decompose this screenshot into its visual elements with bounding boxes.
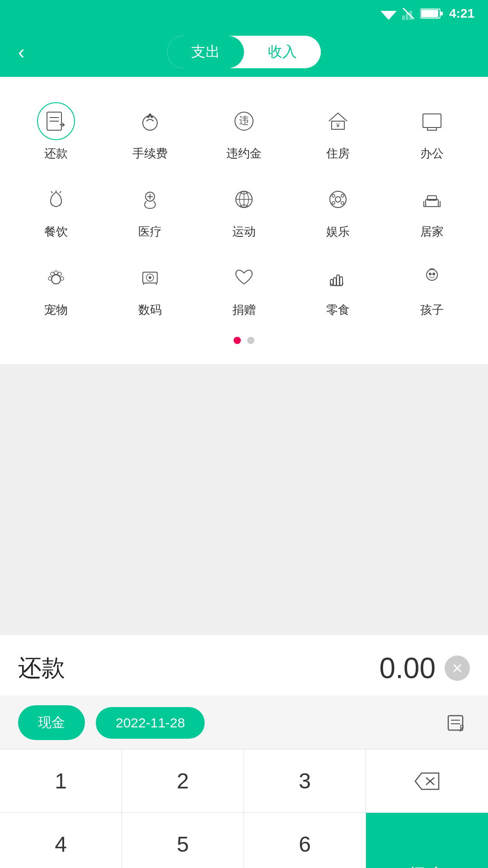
- svg-point-38: [341, 202, 344, 204]
- category-digital[interactable]: 数码: [103, 251, 197, 325]
- amount-value: 0.00: [379, 651, 436, 685]
- snack-icon-wrap: [319, 259, 357, 297]
- page-dot-2: [247, 337, 254, 344]
- fee-label: 手续费: [132, 146, 168, 161]
- selected-category-label: 还款: [18, 652, 65, 684]
- fee-icon: [137, 108, 163, 134]
- key-4[interactable]: 4: [0, 813, 122, 868]
- sport-icon: [231, 187, 257, 212]
- housing-icon: ¥: [325, 108, 351, 134]
- repay-label: 还款: [44, 146, 68, 161]
- svg-point-14: [151, 116, 153, 118]
- note-button[interactable]: [441, 708, 470, 737]
- repay-icon: [43, 108, 69, 134]
- svg-point-36: [341, 194, 344, 197]
- pet-label: 宠物: [44, 302, 68, 318]
- snack-label: 零食: [326, 302, 350, 318]
- tab-expense[interactable]: 支出: [167, 36, 244, 68]
- repay-icon-wrap: [37, 102, 75, 140]
- svg-point-44: [58, 272, 61, 276]
- food-icon: [43, 187, 69, 212]
- category-food[interactable]: 餐饮: [9, 173, 103, 247]
- category-sport[interactable]: 运动: [197, 173, 291, 247]
- svg-rect-4: [409, 11, 412, 20]
- office-icon-wrap: [413, 102, 451, 140]
- svg-point-42: [51, 272, 54, 276]
- child-label: 孩子: [420, 302, 444, 318]
- svg-rect-3: [406, 13, 408, 20]
- note-icon: [445, 712, 466, 734]
- entertainment-icon: [325, 187, 351, 212]
- bottom-panel: 还款 0.00 现金 2022-11-28 1: [0, 635, 488, 868]
- tab-toggle: 支出 收入: [167, 36, 321, 68]
- svg-rect-54: [340, 277, 343, 286]
- key-delete[interactable]: [366, 750, 488, 813]
- category-office[interactable]: 办公: [385, 95, 479, 169]
- fee-icon-wrap: [131, 102, 169, 140]
- svg-rect-52: [333, 278, 336, 286]
- key-3[interactable]: 3: [244, 750, 366, 813]
- penalty-icon: 违: [231, 108, 257, 134]
- svg-point-49: [149, 277, 151, 278]
- svg-rect-53: [337, 275, 339, 286]
- pet-icon-wrap: [37, 259, 75, 297]
- category-donate[interactable]: 捐赠: [197, 251, 291, 325]
- payment-method-button[interactable]: 现金: [18, 705, 85, 740]
- housing-label: 住房: [326, 146, 350, 161]
- category-home[interactable]: 居家: [385, 173, 479, 247]
- tab-income[interactable]: 收入: [244, 36, 321, 68]
- key-5[interactable]: 5: [122, 813, 244, 868]
- pet-icon: [43, 265, 69, 290]
- svg-rect-7: [421, 10, 438, 17]
- delete-icon: [413, 771, 441, 791]
- svg-text:违: 违: [239, 115, 249, 126]
- key-6[interactable]: 6: [244, 813, 366, 868]
- sport-label: 运动: [232, 224, 256, 240]
- child-icon: [419, 265, 445, 290]
- save-button[interactable]: 保存: [366, 813, 488, 868]
- category-housing[interactable]: ¥ 住房: [291, 95, 385, 169]
- category-entertainment[interactable]: 娱乐: [291, 173, 385, 247]
- category-fee[interactable]: 手续费: [103, 95, 197, 169]
- svg-point-37: [332, 202, 335, 204]
- category-child[interactable]: 孩子: [385, 251, 479, 325]
- amount-right: 0.00: [379, 651, 470, 685]
- svg-point-12: [147, 116, 149, 118]
- key-1[interactable]: 1: [0, 750, 122, 813]
- food-label: 餐饮: [44, 224, 68, 240]
- category-snack[interactable]: 零食: [291, 251, 385, 325]
- svg-point-11: [143, 116, 157, 130]
- svg-point-34: [335, 197, 341, 202]
- clear-button[interactable]: [445, 656, 470, 681]
- housing-icon-wrap: ¥: [319, 102, 357, 140]
- amount-row: 还款 0.00: [0, 635, 488, 696]
- category-grid: 还款 手续费 违 违约金: [9, 90, 479, 330]
- medical-icon: [137, 187, 163, 212]
- medical-label: 医疗: [138, 224, 162, 240]
- key-2[interactable]: 2: [122, 750, 244, 813]
- category-penalty[interactable]: 违 违约金: [197, 95, 291, 169]
- office-icon: [419, 108, 445, 134]
- entertainment-icon-wrap: [319, 180, 357, 218]
- svg-point-41: [52, 275, 61, 284]
- svg-point-56: [427, 269, 437, 280]
- svg-line-25: [60, 191, 61, 193]
- child-icon-wrap: [413, 259, 451, 297]
- svg-marker-0: [380, 11, 397, 20]
- back-button[interactable]: ‹: [18, 41, 25, 63]
- penalty-icon-wrap: 违: [225, 102, 263, 140]
- status-bar: 4:21: [0, 0, 488, 27]
- top-nav: ‹ 支出 收入: [0, 27, 488, 77]
- category-medical[interactable]: 医疗: [103, 173, 197, 247]
- home-label: 居家: [420, 224, 444, 240]
- sport-icon-wrap: [225, 180, 263, 218]
- date-button[interactable]: 2022-11-28: [96, 707, 205, 739]
- category-pet[interactable]: 宠物: [9, 251, 103, 325]
- food-icon-wrap: [37, 180, 75, 218]
- signal-icon: [402, 7, 415, 20]
- wifi-icon: [380, 7, 397, 20]
- category-repay[interactable]: 还款: [9, 95, 103, 169]
- home-icon: [419, 187, 445, 212]
- svg-rect-19: [423, 114, 441, 127]
- svg-point-13: [149, 114, 151, 116]
